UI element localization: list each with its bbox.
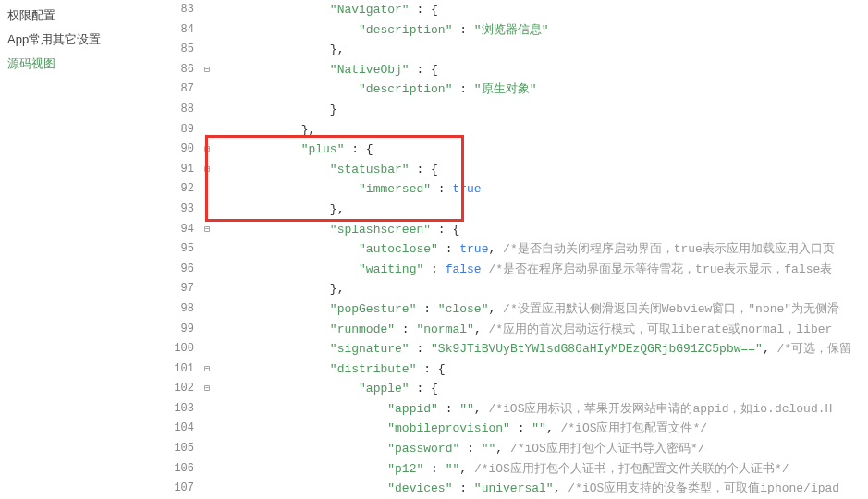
code-line[interactable]: }, xyxy=(214,200,868,220)
sidebar: 权限配置 App常用其它设置 源码视图 xyxy=(0,0,157,499)
fold-toggle xyxy=(200,279,214,299)
line-number: 106 xyxy=(157,459,200,480)
code-line[interactable]: "waiting" : false /*是否在程序启动界面显示等待雪花，true… xyxy=(214,260,868,280)
fold-toggle xyxy=(200,120,214,140)
line-number: 83 xyxy=(157,0,200,20)
code-line[interactable]: "apple" : { xyxy=(214,379,868,399)
code-line[interactable]: "Navigator" : { xyxy=(214,0,868,20)
code-line[interactable]: "description" : "浏览器信息" xyxy=(214,20,868,41)
line-number: 101 xyxy=(157,359,200,380)
line-number: 91 xyxy=(157,160,200,180)
code-line[interactable]: }, xyxy=(214,120,868,140)
line-number: 103 xyxy=(157,399,200,420)
code-line[interactable]: "runmode" : "normal", /*应用的首次启动运行模式，可取li… xyxy=(214,320,868,340)
line-number: 100 xyxy=(157,339,200,359)
code-line[interactable]: "password" : "", /*iOS应用打包个人证书导入密码*/ xyxy=(214,439,868,459)
line-number: 89 xyxy=(157,120,200,140)
code-line[interactable]: "devices" : "universal", /*iOS应用支持的设备类型，… xyxy=(214,479,868,499)
line-number: 105 xyxy=(157,439,200,459)
code-line[interactable]: "NativeObj" : { xyxy=(214,60,868,80)
code-line[interactable]: }, xyxy=(214,279,868,299)
code-line[interactable]: } xyxy=(214,100,868,120)
fold-toggle[interactable]: ⊟ xyxy=(200,60,214,80)
fold-gutter: ⊟⊟⊟⊟⊟⊟ xyxy=(200,0,214,499)
fold-toggle xyxy=(200,320,214,340)
code-line[interactable]: "distribute" : { xyxy=(214,359,868,380)
fold-toggle[interactable]: ⊟ xyxy=(200,140,214,160)
sidebar-item-app-settings[interactable]: App常用其它设置 xyxy=(0,28,157,52)
code-line[interactable]: }, xyxy=(214,40,868,60)
fold-toggle[interactable]: ⊟ xyxy=(200,379,214,399)
line-number: 95 xyxy=(157,239,200,260)
line-number: 104 xyxy=(157,419,200,439)
code-line[interactable]: "popGesture" : "close", /*设置应用默认侧滑返回关闭We… xyxy=(214,299,868,320)
line-number: 102 xyxy=(157,379,200,399)
fold-toggle xyxy=(200,20,214,41)
code-area[interactable]: "Navigator" : { "description" : "浏览器信息" … xyxy=(214,0,868,499)
fold-toggle xyxy=(200,40,214,60)
fold-toggle[interactable]: ⊟ xyxy=(200,220,214,240)
line-number: 92 xyxy=(157,179,200,200)
fold-toggle xyxy=(200,260,214,280)
line-number: 96 xyxy=(157,260,200,280)
line-number-gutter: 8384858687888990919293949596979899100101… xyxy=(157,0,200,499)
line-number: 87 xyxy=(157,79,200,100)
code-line[interactable]: "description" : "原生对象" xyxy=(214,79,868,100)
fold-toggle xyxy=(200,239,214,260)
fold-toggle xyxy=(200,200,214,220)
code-line[interactable]: "plus" : { xyxy=(214,140,868,160)
fold-toggle xyxy=(200,479,214,499)
fold-toggle xyxy=(200,399,214,420)
fold-toggle xyxy=(200,339,214,359)
line-number: 107 xyxy=(157,479,200,499)
sidebar-item-source-view[interactable]: 源码视图 xyxy=(0,52,157,76)
fold-toggle[interactable]: ⊟ xyxy=(200,359,214,380)
fold-toggle xyxy=(200,79,214,100)
code-line[interactable]: "appid" : "", /*iOS应用标识，苹果开发网站申请的appid，如… xyxy=(214,399,868,420)
fold-toggle xyxy=(200,0,214,20)
code-line[interactable]: "immersed" : true xyxy=(214,179,868,200)
line-number: 93 xyxy=(157,200,200,220)
code-line[interactable]: "splashscreen" : { xyxy=(214,220,868,240)
fold-toggle xyxy=(200,439,214,459)
fold-toggle xyxy=(200,100,214,120)
line-number: 84 xyxy=(157,20,200,41)
line-number: 99 xyxy=(157,320,200,340)
code-line[interactable]: "statusbar" : { xyxy=(214,160,868,180)
code-line[interactable]: "mobileprovision" : "", /*iOS应用打包配置文件*/ xyxy=(214,419,868,439)
fold-toggle xyxy=(200,299,214,320)
code-line[interactable]: "signature" : "Sk9JTiBVUyBtYWlsdG86aHIyM… xyxy=(214,339,868,359)
sidebar-item-permissions[interactable]: 权限配置 xyxy=(0,4,157,28)
fold-toggle[interactable]: ⊟ xyxy=(200,160,214,180)
fold-toggle xyxy=(200,459,214,480)
line-number: 98 xyxy=(157,299,200,320)
line-number: 86 xyxy=(157,60,200,80)
code-line[interactable]: "p12" : "", /*iOS应用打包个人证书，打包配置文件关联的个人证书*… xyxy=(214,459,868,480)
line-number: 90 xyxy=(157,140,200,160)
code-line[interactable]: "autoclose" : true, /*是否自动关闭程序启动界面，true表… xyxy=(214,239,868,260)
fold-toggle xyxy=(200,419,214,439)
line-number: 88 xyxy=(157,100,200,120)
fold-toggle xyxy=(200,179,214,200)
line-number: 94 xyxy=(157,220,200,240)
line-number: 85 xyxy=(157,40,200,60)
line-number: 97 xyxy=(157,279,200,299)
code-editor[interactable]: 8384858687888990919293949596979899100101… xyxy=(157,0,868,499)
